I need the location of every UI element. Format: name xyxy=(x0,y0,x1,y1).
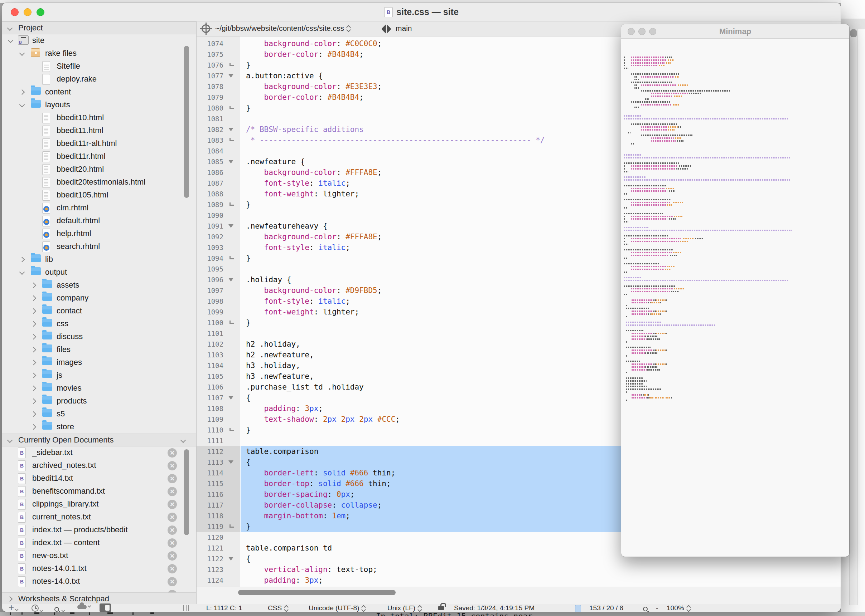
chevron-right-icon[interactable] xyxy=(31,308,36,314)
open-document-row[interactable]: Bnew-os.txt✕ xyxy=(2,550,196,563)
tree-scrollbar-thumb[interactable] xyxy=(184,46,189,198)
project-header[interactable]: Project xyxy=(2,22,196,35)
close-button[interactable] xyxy=(11,8,19,16)
sidebar-item-content[interactable]: content xyxy=(2,86,196,99)
sidebar-item-company[interactable]: company xyxy=(2,292,196,305)
sidebar-item-bbedit20testimonials-html[interactable]: bbedit20testimonials.html xyxy=(2,176,196,189)
horizontal-scrollbar[interactable] xyxy=(196,587,841,604)
sidebar-item-css[interactable]: css xyxy=(2,317,196,330)
sidebar-item-movies[interactable]: movies xyxy=(2,382,196,395)
sidebar-item-bbedit105-html[interactable]: bbedit105.html xyxy=(2,189,196,202)
sidebar-item-default-rhtml[interactable]: default.rhtml xyxy=(2,215,196,228)
search-button[interactable] xyxy=(54,605,65,612)
close-document-icon[interactable]: ✕ xyxy=(167,525,177,535)
minimize-button[interactable] xyxy=(24,8,32,16)
file-path-popup[interactable]: ~/git/bbsw/website/content/css/site.css xyxy=(215,24,350,32)
sidebar-item-rake-files[interactable]: rake files xyxy=(2,47,196,60)
open-documents-header[interactable]: Currently Open Documents xyxy=(2,434,196,446)
palette-zoom-button[interactable] xyxy=(649,28,656,35)
chevron-right-icon[interactable] xyxy=(31,386,36,391)
chevron-right-icon[interactable] xyxy=(31,424,36,430)
open-document-row[interactable]: Bbenefitscommand.txt✕ xyxy=(2,485,196,498)
git-branch-icon[interactable] xyxy=(383,25,390,33)
sidebar-item-images[interactable]: images xyxy=(2,356,196,369)
close-document-icon[interactable]: ✕ xyxy=(167,487,177,496)
close-document-icon[interactable]: ✕ xyxy=(167,538,177,548)
sidebar-item-s5[interactable]: s5 xyxy=(2,408,196,421)
close-document-icon[interactable]: ✕ xyxy=(167,448,177,457)
open-document-row[interactable]: Bnotes-14.0.txt✕ xyxy=(2,575,196,588)
close-document-icon[interactable]: ✕ xyxy=(167,461,177,470)
document-proxy-icon[interactable] xyxy=(575,605,581,612)
sidebar-item-bbedit11-html[interactable]: bbedit11.html xyxy=(2,124,196,137)
sidebar-item-site[interactable]: site xyxy=(2,35,196,47)
close-document-icon[interactable]: ✕ xyxy=(167,551,177,561)
sidebar-item-output[interactable]: output xyxy=(2,266,196,279)
chevron-down-icon[interactable] xyxy=(7,437,13,443)
fold-open-icon[interactable] xyxy=(228,224,233,228)
sidebar-item-bbedit10-html[interactable]: bbedit10.html xyxy=(2,112,196,124)
zoom-button[interactable] xyxy=(36,8,44,16)
fold-open-icon[interactable] xyxy=(228,460,233,464)
chevron-down-icon[interactable] xyxy=(19,50,25,56)
open-document-row[interactable]: Bclippings_library.txt✕ xyxy=(2,498,196,511)
chevron-right-icon[interactable] xyxy=(31,399,36,404)
fold-open-icon[interactable] xyxy=(228,278,233,281)
docs-menu-chevron-icon[interactable] xyxy=(180,437,186,443)
open-document-row[interactable]: Bindex.txt — content✕ xyxy=(2,537,196,550)
sidebar-item-bbedit20-html[interactable]: bbedit20.html xyxy=(2,163,196,176)
close-document-icon[interactable]: ✕ xyxy=(167,564,177,574)
close-document-icon[interactable]: ✕ xyxy=(167,577,177,586)
language-popup[interactable]: CSS xyxy=(268,604,288,612)
close-document-icon[interactable]: ✕ xyxy=(167,590,177,592)
chevron-right-icon[interactable] xyxy=(31,347,36,353)
sidebar-item-search-rhtml[interactable]: search.rhtml xyxy=(2,240,196,253)
fold-open-icon[interactable] xyxy=(228,128,233,131)
chevron-down-icon[interactable] xyxy=(19,269,25,275)
sidebar-item-sitefile[interactable]: Sitefile xyxy=(2,60,196,73)
chevron-right-icon[interactable] xyxy=(31,373,36,379)
chevron-right-icon[interactable] xyxy=(31,360,36,366)
fold-open-icon[interactable] xyxy=(228,74,233,78)
zoom-magnifier-icon[interactable] xyxy=(643,605,648,612)
minimap-body[interactable] xyxy=(621,39,849,556)
recent-clock-button[interactable] xyxy=(32,605,43,612)
add-button[interactable]: + xyxy=(9,604,18,612)
sidebar-item-deploy-rake[interactable]: deploy.rake xyxy=(2,73,196,86)
sidebar-item-help-rhtml[interactable]: help.rhtml xyxy=(2,228,196,240)
chevron-right-icon[interactable] xyxy=(31,295,36,301)
zoom-level-popup[interactable]: 100% xyxy=(666,604,691,612)
chevron-right-icon[interactable] xyxy=(31,321,36,327)
chevron-right-icon[interactable] xyxy=(31,334,36,340)
chevron-down-icon[interactable] xyxy=(7,25,13,31)
close-document-icon[interactable]: ✕ xyxy=(167,474,177,483)
unlocked-icon[interactable] xyxy=(438,603,444,611)
open-document-row[interactable]: Barchived_notes.txt✕ xyxy=(2,459,196,472)
sidebar-item-js[interactable]: js xyxy=(2,369,196,382)
fold-open-icon[interactable] xyxy=(228,396,233,399)
chevron-down-icon[interactable] xyxy=(8,38,14,43)
sidebar-item-layouts[interactable]: layouts xyxy=(2,99,196,112)
close-document-icon[interactable]: ✕ xyxy=(167,500,177,509)
horizontal-scrollbar-thumb[interactable] xyxy=(238,590,395,595)
line-endings-popup[interactable]: Unix (LF) xyxy=(388,604,422,612)
chevron-down-icon[interactable] xyxy=(19,102,25,108)
palette-minimize-button[interactable] xyxy=(638,28,646,35)
open-document-row[interactable]: Bnotes-14.0.1.txt✕ xyxy=(2,563,196,575)
open-document-row[interactable]: Bbbedit14.txt✕ xyxy=(2,472,196,485)
sidebar-item-bbedit11r-alt-html[interactable]: bbedit11r-alt.html xyxy=(2,137,196,150)
git-branch-name[interactable]: main xyxy=(395,24,412,32)
chevron-right-icon[interactable] xyxy=(7,596,13,602)
docs-scrollbar-thumb[interactable] xyxy=(184,449,189,535)
sidebar-item-store[interactable]: store xyxy=(2,421,196,434)
open-document-row[interactable]: Bindex.txt — products/bbedit✕ xyxy=(2,524,196,537)
fold-open-icon[interactable] xyxy=(228,557,233,561)
chevron-right-icon[interactable] xyxy=(31,283,36,288)
chevron-right-icon[interactable] xyxy=(19,257,25,262)
encoding-popup[interactable]: Unicode (UTF-8) xyxy=(309,604,366,612)
fold-open-icon[interactable] xyxy=(228,160,233,163)
background-scrollbar-thumb[interactable] xyxy=(850,29,857,37)
open-document-row[interactable]: Bcurrent_notes.txt✕ xyxy=(2,511,196,524)
open-document-row-partial[interactable]: ✕ xyxy=(2,588,196,592)
sidebar-item-contact[interactable]: contact xyxy=(2,305,196,317)
